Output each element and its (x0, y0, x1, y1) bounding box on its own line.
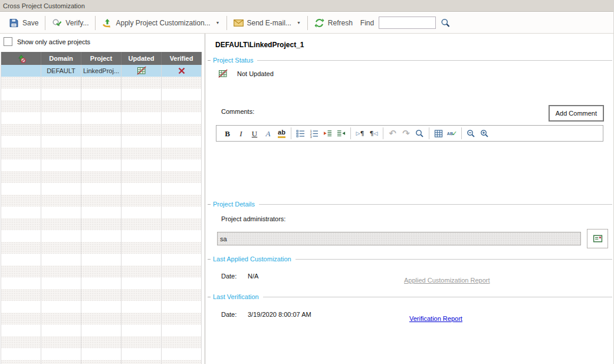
rtl-paragraph-icon: ◁ (374, 130, 378, 136)
verify-button[interactable]: Verify... (47, 15, 94, 31)
empty-grid-cell (122, 171, 162, 183)
apply-project-customization-button[interactable]: Apply Project Customization... ▼ (97, 15, 225, 31)
project-administrators-label: Project administrators: (221, 215, 285, 222)
empty-grid-cell (81, 218, 122, 230)
send-email-label: Send E-mail... (247, 19, 291, 27)
empty-grid-cell (122, 336, 162, 348)
verification-report-link[interactable]: Verification Report (409, 315, 462, 322)
empty-grid-cell (41, 112, 81, 124)
section-rule (257, 60, 612, 61)
empty-grid-cell (41, 324, 81, 336)
spell-check-button[interactable]: AB✓ (445, 127, 459, 140)
empty-grid-row (1, 324, 202, 336)
empty-grid-row (1, 206, 202, 218)
empty-grid-cell (81, 112, 122, 124)
empty-grid-cell (41, 124, 81, 136)
send-email-button[interactable]: Send E-mail... ▼ (228, 15, 306, 31)
redo-button[interactable]: ↷ (399, 127, 413, 140)
empty-grid-cell (1, 159, 41, 171)
empty-grid-cell (41, 183, 81, 195)
chevron-down-icon[interactable]: ▼ (216, 21, 220, 25)
bold-button[interactable]: B (221, 127, 234, 140)
section-rule (263, 297, 612, 297)
undo-button[interactable]: ↶ (386, 127, 399, 140)
empty-grid-row (1, 171, 202, 183)
empty-grid-cell (1, 88, 41, 100)
column-header-project[interactable]: Project (81, 52, 122, 65)
outdent-button[interactable] (334, 127, 348, 140)
empty-grid-cell (162, 171, 202, 183)
numbered-list-icon: 3 (310, 135, 312, 138)
column-header-updated[interactable]: Updated (122, 52, 162, 65)
add-comment-button[interactable]: Add Comment (549, 105, 604, 122)
editor-toolbar-separator (350, 127, 351, 139)
select-administrators-button[interactable] (587, 229, 608, 248)
empty-grid-row (1, 159, 202, 171)
cross-project-customization-window: Cross Project Customization Save Verify.… (0, 0, 614, 364)
column-header-apply-status[interactable] (1, 52, 41, 65)
find-icon (416, 130, 421, 135)
section-last-verification-label: Last Verification (213, 293, 259, 300)
empty-grid-row (1, 195, 202, 206)
numbered-list-button[interactable]: 123 (307, 127, 321, 140)
empty-grid-cell (122, 88, 162, 100)
italic-button[interactable]: I (234, 127, 248, 140)
zoom-out-button[interactable] (464, 127, 478, 140)
empty-grid-cell (122, 136, 162, 147)
project-administrators-field (217, 232, 581, 245)
empty-grid-row (1, 348, 202, 360)
chevron-down-icon[interactable]: ▼ (297, 21, 301, 25)
indent-button[interactable] (321, 127, 334, 140)
zoom-in-button[interactable] (478, 127, 491, 140)
empty-grid-cell (81, 301, 122, 313)
empty-grid-cell (41, 218, 81, 230)
empty-grid-cell (1, 348, 41, 360)
font-color-button[interactable]: A (261, 127, 275, 140)
empty-grid-cell (122, 324, 162, 336)
empty-grid-cell (41, 147, 81, 159)
empty-grid-cell (162, 183, 202, 195)
show-active-projects-checkbox[interactable] (4, 37, 12, 46)
refresh-button[interactable]: Refresh (309, 15, 358, 31)
ltr-paragraph-button[interactable]: ▷¶ (353, 127, 367, 140)
empty-grid-cell (41, 171, 81, 183)
outdent-icon (337, 129, 346, 138)
status-text: Not Updated (237, 70, 274, 77)
show-active-projects-row: Show only active projects (4, 37, 90, 46)
underline-icon: U (252, 130, 257, 137)
bullet-list-icon (296, 129, 305, 138)
empty-grid-row (1, 336, 202, 348)
empty-grid-cell (1, 136, 41, 147)
empty-grid-cell (81, 289, 122, 301)
empty-grid-cell (1, 171, 41, 183)
column-header-domain[interactable]: Domain (41, 52, 81, 65)
empty-grid-cell (162, 206, 202, 218)
empty-grid-cell (162, 124, 202, 136)
empty-grid-cell (1, 336, 41, 348)
column-header-verified[interactable]: Verified (162, 52, 202, 65)
save-button[interactable]: Save (4, 15, 44, 31)
empty-grid-cell (81, 242, 122, 254)
bullet-list-button[interactable] (294, 127, 307, 140)
rtl-paragraph-button[interactable]: ¶◁ (367, 127, 380, 140)
find-input[interactable] (379, 17, 436, 29)
empty-grid-row (1, 360, 202, 364)
table-row-selected[interactable]: DEFAULT LinkedProj... (1, 65, 202, 77)
empty-grid-cell (81, 206, 122, 218)
underline-button[interactable]: U (248, 127, 261, 140)
search-icon[interactable] (441, 18, 451, 28)
highlight-button[interactable]: ab (275, 127, 288, 140)
empty-grid-cell (162, 277, 202, 289)
empty-grid-cell (1, 242, 41, 254)
not-verified-icon (177, 66, 186, 76)
empty-grid-row (1, 230, 202, 242)
insert-table-button[interactable] (432, 127, 445, 140)
empty-grid-cell (41, 360, 81, 364)
outdent-icon (342, 132, 345, 135)
find-button[interactable] (413, 127, 426, 140)
empty-grid-row (1, 313, 202, 324)
undo-icon: ↶ (389, 129, 396, 138)
empty-grid-cell (162, 324, 202, 336)
projects-grid-header: Domain Project Updated Verified (1, 52, 202, 65)
applied-customization-report-link[interactable]: Applied Customization Report (404, 277, 490, 284)
